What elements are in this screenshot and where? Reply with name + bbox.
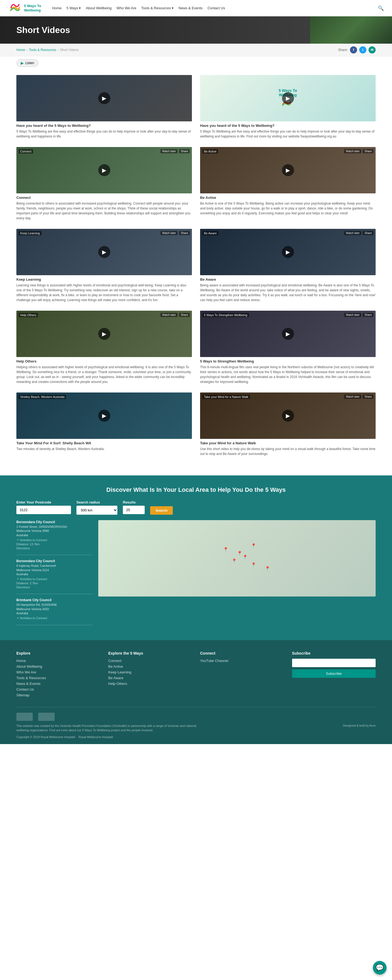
play-button-8[interactable]: ▶ [282,328,294,340]
share-label: Share: [338,48,348,52]
video-desc-5: Learning new things is associated with h… [16,283,192,302]
map-area[interactable]: 📍 📍 📍 📍 📍 📍 📍 [98,520,376,597]
nav-who[interactable]: Who We Are [116,6,137,10]
twitter-share-button[interactable]: t [359,46,367,54]
result-activity-1[interactable]: ↗ Activities to Connect [16,538,93,542]
video-thumb-8[interactable]: 5 Ways To Strengthen Wellbeing Watch lat… [200,311,376,357]
watch-later-8[interactable]: Watch later [344,313,361,317]
footer-rmh-link[interactable]: Royal Melbourne Hospital [79,735,113,738]
footer-link-contact[interactable]: Contact Us [16,687,100,691]
listen-play-icon: ▶ [21,61,24,65]
play-button-10[interactable]: ▶ [282,410,294,422]
play-button-4[interactable]: ▶ [282,164,294,176]
radius-select[interactable]: 500 km [76,506,117,515]
nav-home[interactable]: Home [52,6,62,10]
video-thumb-3[interactable]: Connect Watch later Share ▶ [16,147,192,193]
footer-grid: Explore Home About Wellbeing Who We Are … [16,651,376,699]
result-activity-2[interactable]: ↗ Activities to Connect [16,577,93,581]
subscribe-button[interactable]: Subscribe [292,669,376,678]
watch-later-3[interactable]: Watch later [161,149,177,153]
watch-later-6[interactable]: Watch later [344,231,361,235]
nav-news[interactable]: News & Events [178,6,202,10]
map-pin: 📍 [231,558,237,563]
postcode-input[interactable] [16,506,71,514]
directions-2[interactable]: Directions [16,585,93,589]
play-button-6[interactable]: ▶ [282,246,294,258]
footer-link-beactive[interactable]: Be Active [108,664,192,668]
video-thumb-5[interactable]: Keep Learning Watch later Share ▶ [16,229,192,275]
result-address-3: 93 Hampshire Rd, SUNSHINEMelbourne Victo… [16,603,93,615]
play-button-7[interactable]: ▶ [98,328,110,340]
video-thumb-9[interactable]: Shelley Beach, Western Australia ▶ [16,393,192,439]
breadcrumb-current: Short Videos [60,48,79,52]
share-8[interactable]: Share [363,313,373,317]
site-header: 5 Ways To Wellbeing Home 5 Ways ▾ About … [0,0,392,16]
header-search-button[interactable]: 🔍 [378,5,384,11]
result-activity-3[interactable]: ↗ Activities to Connect [16,616,93,620]
breadcrumb-home[interactable]: Home [16,48,25,52]
video-label-8: 5 Ways To Strengthen Wellbeing [202,313,249,317]
share-10[interactable]: Share [363,395,373,399]
discover-search-button[interactable]: Search [150,506,173,515]
video-thumb-6[interactable]: Be Aware Watch later Share ▶ [200,229,376,275]
footer-link-youtube[interactable]: YouTube Channel [200,659,284,663]
play-button-1[interactable]: ▶ [98,92,110,104]
email-share-button[interactable]: ✉ [368,46,376,54]
watch-later-4[interactable]: Watch later [344,149,361,153]
video-actions-5: Watch later Share [161,231,190,235]
play-button-5[interactable]: ▶ [98,246,110,258]
video-thumb-1[interactable]: ▶ [16,75,192,121]
listen-button[interactable]: ▶ Listen [16,59,38,67]
footer-link-helpothers[interactable]: Help Others [108,682,192,686]
share-6[interactable]: Share [363,231,373,235]
play-button-9[interactable]: ▶ [98,410,110,422]
nav-tools[interactable]: Tools & Resources ▾ [142,6,174,10]
share-3[interactable]: Share [179,149,190,153]
result-distance-2: Distance: 2.7km [16,582,93,585]
footer-designed-by: Designed & built by Arvo [343,724,376,727]
video-thumb-2[interactable]: 5 Ways To Wellbeing ▶ [200,75,376,121]
video-thumb-4[interactable]: Be Active Watch later Share ▶ [200,147,376,193]
footer-link-connect[interactable]: Connect [108,659,192,663]
share-4[interactable]: Share [363,149,373,153]
video-desc-6: Being aware is associated with increased… [200,283,376,302]
breadcrumb-sep1: › [27,48,27,52]
play-button-3[interactable]: ▶ [98,164,110,176]
video-thumb-7[interactable]: Help Others Watch later Share ▶ [16,311,192,357]
map-pins: 📍 📍 📍 📍 📍 📍 📍 [98,520,376,597]
logo-line1: 5 Ways To [24,4,41,8]
footer-link-sitemap[interactable]: Sitemap [16,693,100,697]
footer-link-news[interactable]: News & Events [16,682,100,686]
map-pin: 📍 [251,543,257,548]
watch-later-10[interactable]: Watch later [344,395,361,399]
logo[interactable]: 5 Ways To Wellbeing [8,2,41,15]
results-input[interactable] [123,506,145,514]
video-thumb-10[interactable]: Take your Mind for a Nature Walk Watch l… [200,393,376,439]
activity-icon-2: ↗ [16,577,19,581]
watch-later-5[interactable]: Watch later [161,231,177,235]
footer-link-who[interactable]: Who We Are [16,670,100,674]
footer-link-home[interactable]: Home [16,659,100,663]
video-actions-3: Watch later Share [161,149,190,153]
footer-explore-title: Explore [16,651,100,655]
nav-about[interactable]: About Wellbeing [86,6,112,10]
nav-contact[interactable]: Contact Us [207,6,225,10]
breadcrumb-tools[interactable]: Tools & Resources [29,48,56,52]
directions-1[interactable]: Directions [16,547,93,550]
play-button-2[interactable]: ▶ [282,92,294,104]
footer-link-about[interactable]: About Wellbeing [16,664,100,668]
nav-5ways[interactable]: 5 Ways ▾ [67,6,81,10]
share-5[interactable]: Share [179,231,190,235]
footer-logo-2 [38,713,54,721]
map-pin: 📍 [265,566,270,571]
share-7[interactable]: Share [179,313,190,317]
facebook-share-button[interactable]: f [350,46,357,54]
footer-link-tools[interactable]: Tools & Resources [16,676,100,680]
discover-form: Enter Your Postcode Search radius 500 km… [16,500,376,515]
footer-link-keeplearning[interactable]: Keep Learning [108,670,192,674]
footer-link-beaware[interactable]: Be Aware [108,676,192,680]
hero-banner: Short Videos [0,16,392,44]
subscribe-email-input[interactable] [292,659,376,667]
postcode-group: Enter Your Postcode [16,500,71,514]
watch-later-7[interactable]: Watch later [161,313,177,317]
